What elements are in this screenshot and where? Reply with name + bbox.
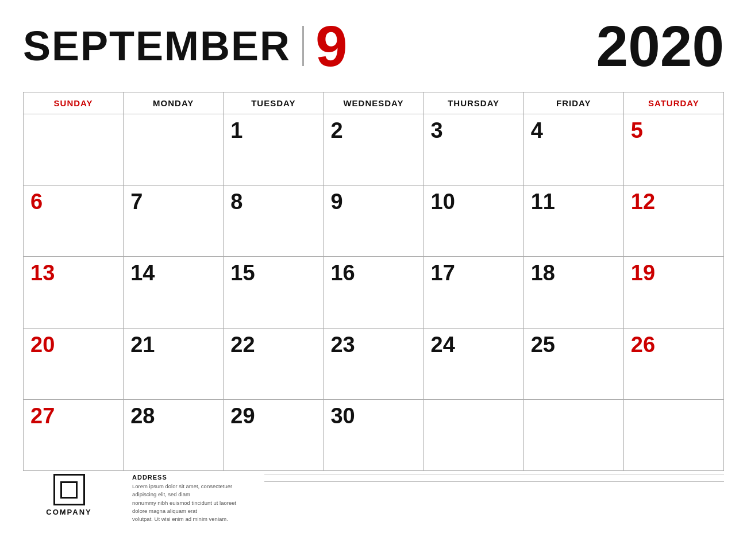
day-cell: 7	[124, 186, 224, 257]
day-number: 1	[230, 118, 242, 142]
month-number: 9	[315, 17, 348, 75]
calendar-page: SEPTEMBER 9 2020 SUNDAYMONDAYTUESDAYWEDN…	[0, 0, 747, 560]
day-header-monday: MONDAY	[124, 92, 224, 114]
day-cell: 22	[224, 329, 324, 400]
day-number: 23	[330, 333, 355, 357]
day-number: 3	[431, 118, 443, 142]
day-number: 25	[531, 333, 555, 357]
day-cell: 3	[424, 114, 524, 186]
address-text: Lorem ipsum dolor sit amet, consectetuer…	[132, 482, 247, 523]
day-number: 19	[631, 261, 655, 285]
logo-area: COMPANY	[23, 474, 115, 516]
day-header-thursday: THURSDAY	[424, 92, 524, 114]
day-number: 24	[431, 333, 455, 357]
day-cell: 8	[224, 186, 324, 257]
day-cell: 10	[424, 186, 524, 257]
day-cell: 29	[224, 400, 324, 471]
day-cell: 20	[24, 329, 124, 400]
day-cell: 12	[624, 186, 724, 257]
day-number: 26	[631, 333, 655, 357]
weeks-container: 1234567891011121314151617181920212223242…	[24, 114, 724, 471]
day-cell	[624, 400, 724, 471]
day-cell	[524, 400, 624, 471]
day-cell: 11	[524, 186, 624, 257]
day-number: 28	[130, 404, 155, 428]
day-cell: 6	[24, 186, 124, 257]
day-cell: 18	[524, 257, 624, 328]
day-header-friday: FRIDAY	[524, 92, 624, 114]
day-cell: 21	[124, 329, 224, 400]
week-row-1: 12345	[24, 114, 724, 186]
day-number: 7	[130, 190, 143, 214]
address-label: ADDRESS	[132, 474, 247, 481]
week-row-3: 13141516171819	[24, 257, 724, 328]
day-number: 22	[230, 333, 255, 357]
day-cell: 23	[324, 329, 423, 400]
day-number: 16	[330, 261, 355, 285]
day-cell: 5	[624, 114, 724, 186]
day-header-saturday: SATURDAY	[624, 92, 724, 114]
logo-inner	[60, 481, 78, 499]
address-area: ADDRESS Lorem ipsum dolor sit amet, cons…	[132, 474, 247, 523]
day-number: 8	[230, 190, 242, 214]
day-header-tuesday: TUESDAY	[224, 92, 324, 114]
year-number: 2020	[596, 17, 724, 75]
day-number: 4	[531, 118, 543, 142]
day-cell: 4	[524, 114, 624, 186]
day-cell: 1	[224, 114, 324, 186]
day-number: 14	[130, 261, 155, 285]
calendar-grid: SUNDAYMONDAYTUESDAYWEDNESDAYTHURSDAYFRID…	[23, 92, 724, 471]
day-number: 20	[30, 333, 55, 357]
company-name: COMPANY	[46, 508, 91, 516]
day-header-wednesday: WEDNESDAY	[324, 92, 423, 114]
day-number: 6	[30, 190, 43, 214]
day-number: 29	[230, 404, 255, 428]
day-number: 13	[30, 261, 55, 285]
footer-line-2	[264, 481, 724, 482]
footer-lines-area	[264, 474, 724, 491]
day-number: 18	[531, 261, 555, 285]
day-header-sunday: SUNDAY	[24, 92, 124, 114]
day-number: 11	[531, 190, 555, 214]
month-name: SEPTEMBER	[23, 25, 291, 67]
day-cell	[24, 114, 124, 186]
day-cell: 15	[224, 257, 324, 328]
day-cell: 27	[24, 400, 124, 471]
week-row-4: 20212223242526	[24, 329, 724, 400]
day-cell: 2	[324, 114, 423, 186]
day-number: 15	[230, 261, 255, 285]
logo-box	[53, 474, 85, 505]
day-headers-row: SUNDAYMONDAYTUESDAYWEDNESDAYTHURSDAYFRID…	[24, 92, 724, 114]
header-divider	[302, 26, 304, 66]
day-cell: 14	[124, 257, 224, 328]
day-number: 27	[30, 404, 55, 428]
day-cell: 26	[624, 329, 724, 400]
day-cell: 13	[24, 257, 124, 328]
day-number: 9	[330, 190, 342, 214]
day-cell	[424, 400, 524, 471]
day-number: 5	[631, 118, 643, 142]
day-number: 21	[130, 333, 155, 357]
day-cell: 9	[324, 186, 423, 257]
footer: COMPANY ADDRESS Lorem ipsum dolor sit am…	[23, 474, 724, 549]
day-cell: 28	[124, 400, 224, 471]
day-cell: 16	[324, 257, 423, 328]
header-left: SEPTEMBER 9	[23, 17, 348, 75]
day-cell: 24	[424, 329, 524, 400]
day-number: 12	[631, 190, 655, 214]
day-cell	[124, 114, 224, 186]
day-number: 30	[330, 404, 355, 428]
day-cell: 19	[624, 257, 724, 328]
week-row-5: 27282930	[24, 400, 724, 471]
footer-line-1	[264, 474, 724, 474]
day-number: 10	[431, 190, 455, 214]
day-number: 2	[330, 118, 342, 142]
day-cell: 17	[424, 257, 524, 328]
day-cell: 25	[524, 329, 624, 400]
week-row-2: 6789101112	[24, 186, 724, 257]
day-number: 17	[431, 261, 455, 285]
calendar-header: SEPTEMBER 9 2020	[23, 17, 724, 80]
day-cell: 30	[324, 400, 423, 471]
